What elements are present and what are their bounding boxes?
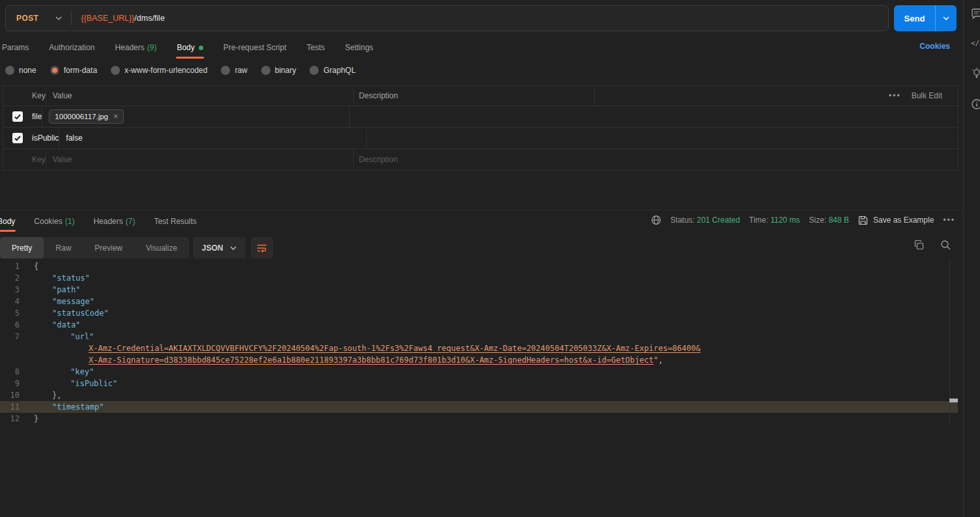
save-as-example-button[interactable]: Save as Example (858, 216, 934, 225)
code-snippet-button[interactable]: </> (971, 39, 980, 48)
file-chip[interactable]: 1000006117.jpg × (49, 109, 124, 124)
tab-authorization[interactable]: Authorization (48, 36, 95, 59)
table-row: isPublic false (3, 127, 958, 148)
info-button[interactable] (971, 98, 980, 110)
globe-icon[interactable] (651, 215, 661, 225)
table-row-empty: Key Value Description (3, 148, 958, 170)
info-icon (971, 98, 980, 110)
send-label: Send (894, 14, 935, 23)
description-cell-placeholder[interactable]: Description (353, 149, 668, 170)
code-line[interactable]: 6"data": { (0, 319, 958, 331)
radio-binary[interactable]: binary (261, 66, 296, 75)
line-number: 9 (0, 378, 29, 389)
url-path: /dms/file (134, 14, 165, 23)
wrap-lines-button[interactable] (251, 237, 273, 258)
cookies-link[interactable]: Cookies (919, 42, 950, 51)
key-cell[interactable]: isPublic (32, 128, 59, 148)
view-tab-visualize[interactable]: Visualize (134, 237, 189, 258)
tab-pre-request-script[interactable]: Pre-request Script (223, 36, 287, 59)
response-editor[interactable]: 1{2"status": true,3"path": "/api/v1/dms/… (0, 260, 958, 425)
code-line[interactable]: 4"message": "success", (0, 296, 958, 307)
code-line[interactable]: 9"isPublic": false (0, 378, 958, 389)
line-number (0, 342, 29, 354)
time-group: Time: 1120 ms (749, 216, 800, 225)
search-icon (940, 240, 951, 251)
value-cell[interactable]: false (59, 128, 366, 148)
key-cell[interactable]: file (32, 106, 42, 127)
value-cell-placeholder[interactable]: Value (46, 149, 353, 170)
status-group: Status: 201 Created (670, 216, 740, 225)
table-actions: ••• Bulk Edit (594, 86, 958, 105)
radio-x-www-form-urlencoded[interactable]: x-www-form-urlencoded (111, 66, 207, 75)
response-more-options-icon[interactable]: ••• (943, 216, 955, 225)
size-value: 848 B (829, 216, 849, 225)
tab-label: Settings (345, 43, 373, 52)
comments-button[interactable] (971, 8, 980, 20)
more-options-icon[interactable]: ••• (889, 91, 901, 100)
related-requests-button[interactable] (971, 67, 980, 79)
radio-icon (221, 66, 230, 75)
response-tab-headers[interactable]: Headers(7) (93, 211, 136, 232)
code-line[interactable]: X-Amz-Signature=d38338bbd845ce75228ef2e6… (0, 354, 958, 366)
tab-headers[interactable]: Headers(9) (114, 36, 157, 59)
size-label: Size: (809, 216, 827, 225)
radio-graphql[interactable]: GraphQL (310, 66, 355, 75)
method-label: POST (16, 14, 38, 23)
url-input[interactable]: {{BASE_URL}}/dms/file (72, 6, 888, 31)
format-dropdown[interactable]: JSON (193, 237, 246, 258)
view-tab-raw[interactable]: Raw (44, 237, 83, 258)
tab-settings[interactable]: Settings (345, 36, 374, 59)
response-tab-body[interactable]: Body (0, 211, 16, 232)
code-line[interactable]: 7"url": "https://s3.ap-south-1.amazonaws… (0, 331, 958, 342)
search-button[interactable] (940, 240, 951, 251)
response-tab-cookies[interactable]: Cookies(1) (33, 211, 75, 232)
tab-params[interactable]: Params (1, 36, 29, 59)
key-cell-placeholder[interactable]: Key (32, 149, 46, 170)
status-label: Status: (670, 216, 695, 225)
chevron-down-icon (943, 16, 949, 20)
line-number: 2 (0, 272, 29, 284)
tab-tests[interactable]: Tests (306, 36, 325, 59)
code-line[interactable]: 5"statusCode": 201, (0, 307, 958, 319)
radio-selected-icon (50, 66, 59, 75)
send-button[interactable]: Send (894, 5, 957, 31)
save-icon (858, 216, 868, 225)
scrollbar-thumb[interactable] (949, 398, 958, 402)
value-cell[interactable]: 1000006117.jpg × (42, 106, 349, 127)
code-line[interactable]: 3"path": "/api/v1/dms/file", (0, 284, 958, 296)
description-cell[interactable] (366, 128, 681, 148)
radio-form-data[interactable]: form-data (50, 66, 97, 75)
row-checkbox-checked[interactable] (12, 133, 23, 143)
remove-file-icon[interactable]: × (113, 112, 118, 121)
view-tab-preview[interactable]: Preview (83, 237, 134, 258)
radio-label: form-data (64, 66, 97, 75)
description-cell[interactable] (349, 106, 664, 127)
radio-label: none (19, 66, 36, 75)
time-label: Time: (749, 216, 769, 225)
url-variable: {{BASE_URL}} (81, 14, 134, 23)
view-tab-pretty[interactable]: Pretty (0, 237, 44, 258)
radio-icon (310, 66, 319, 75)
bulk-edit-button[interactable]: Bulk Edit (912, 91, 942, 100)
code-line[interactable]: 12} (0, 413, 958, 425)
wrap-lines-icon (257, 244, 267, 253)
code-line[interactable]: 2"status": true, (0, 272, 958, 284)
body-mode-selector: none form-data x-www-form-urlencoded raw… (5, 63, 356, 77)
radio-raw[interactable]: raw (221, 66, 247, 75)
method-selector[interactable]: POST (6, 6, 71, 31)
code-line[interactable]: X-Amz-Credential=AKIAXTXLDCQVVBFHVCFY%2F… (0, 342, 958, 354)
form-data-table: Key Value Description ••• Bulk Edit file… (3, 85, 958, 171)
send-options-button[interactable] (936, 16, 957, 20)
line-number: 6 (0, 319, 29, 331)
response-tab-test-results[interactable]: Test Results (153, 211, 197, 232)
line-number: 1 (0, 260, 29, 272)
tab-body[interactable]: Body (176, 36, 203, 59)
code-line[interactable]: 1{ (0, 260, 958, 272)
code-line[interactable]: 10}, (0, 389, 958, 401)
radio-none[interactable]: none (5, 66, 36, 75)
code-line[interactable]: 11"timestamp": "2024-05-05 02:35:33" (0, 401, 958, 413)
row-checkbox-checked[interactable] (12, 111, 23, 122)
copy-button[interactable] (914, 240, 925, 251)
check-icon (14, 135, 21, 141)
code-line[interactable]: 8"key": "5636ffba-84b7-40cc-8dd1-6e21585… (0, 366, 958, 378)
